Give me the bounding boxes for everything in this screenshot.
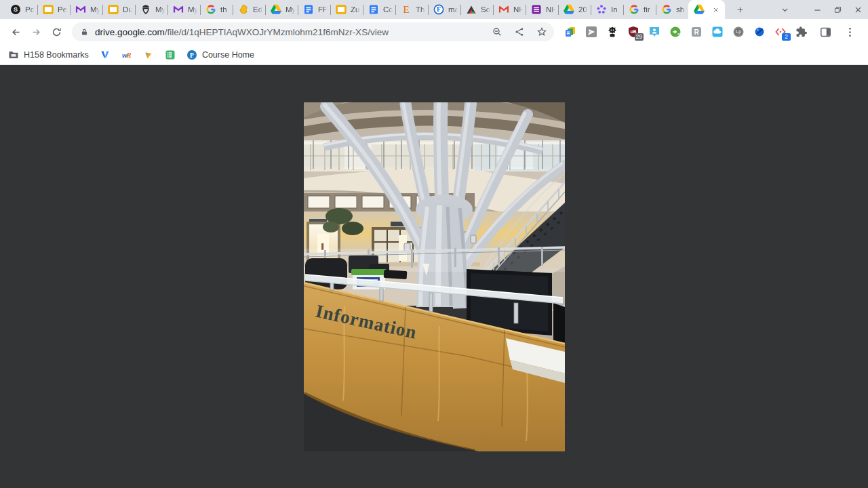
- gold-sail-icon: [143, 49, 154, 60]
- restore-icon: [833, 5, 842, 14]
- forward-button[interactable]: [26, 22, 46, 42]
- tab-6[interactable]: th: [201, 0, 233, 19]
- share-icon[interactable]: [514, 26, 525, 37]
- extension-gray-plane-icon[interactable]: [585, 26, 597, 39]
- tab-0[interactable]: SPc: [5, 0, 37, 19]
- wr-icon: wR: [121, 49, 132, 60]
- drive-icon: [564, 4, 574, 15]
- url-domain: drive.google.com: [95, 27, 165, 37]
- green-grid-icon: [165, 49, 176, 60]
- svg-text:Lp: Lp: [736, 29, 741, 35]
- bookmark-item-2[interactable]: wR: [121, 49, 132, 60]
- extension-teal-cloud-icon[interactable]: [711, 26, 724, 39]
- new-tab-button[interactable]: [730, 0, 749, 19]
- tab-19[interactable]: fir: [624, 0, 656, 19]
- bookmark-item-1[interactable]: [100, 49, 111, 60]
- google-g-icon: [205, 4, 216, 15]
- blue-doc-icon: [303, 4, 314, 15]
- tab-label: ma: [448, 5, 458, 14]
- bookmark-label: Course Home: [202, 50, 254, 60]
- minimize-icon: [813, 5, 822, 14]
- side-panel-button[interactable]: [815, 22, 835, 42]
- bookmark-star-icon[interactable]: [536, 26, 547, 37]
- bookmarks-bar: H158 BookmarkswRPCourse Home: [0, 45, 868, 65]
- tab-17[interactable]: 20: [559, 0, 591, 19]
- tab-12[interactable]: ETh: [396, 0, 428, 19]
- tab-label: NH: [513, 5, 523, 14]
- tab-14[interactable]: So: [461, 0, 493, 19]
- close-window-button[interactable]: [848, 0, 868, 19]
- reload-button[interactable]: [46, 22, 66, 42]
- svg-text:S: S: [14, 6, 18, 13]
- active-tab[interactable]: [688, 0, 725, 19]
- drive-image-preview[interactable]: Information: [304, 102, 565, 451]
- bookmark-item-0[interactable]: H158 Bookmarks: [8, 49, 89, 60]
- tab-13[interactable]: Fma: [429, 0, 460, 19]
- tab-search-button[interactable]: [774, 0, 795, 19]
- tab-3[interactable]: Du: [103, 0, 135, 19]
- extension-blue-sphere-icon[interactable]: [753, 26, 766, 39]
- mountain-icon: [466, 4, 477, 15]
- tab-4[interactable]: My: [136, 0, 167, 19]
- close-icon: [854, 5, 863, 14]
- side-panel-icon: [819, 26, 832, 39]
- back-button[interactable]: [5, 22, 26, 42]
- purple-mail-icon: [173, 4, 184, 15]
- restore-button[interactable]: [827, 0, 848, 19]
- toolbar-right: [791, 22, 863, 42]
- tab-label: th: [220, 5, 230, 14]
- tab-label: FF: [318, 5, 328, 14]
- tab-18[interactable]: In: [591, 0, 623, 19]
- gmail-icon: [498, 4, 509, 15]
- address-bar[interactable]: drive.google.com/file/d/1qHEPTIAqWXOJrYM…: [72, 22, 554, 41]
- blue-doc-icon: [368, 4, 379, 15]
- yellow-window-icon: [43, 4, 54, 15]
- tab-11[interactable]: Co: [363, 0, 395, 19]
- purple-list-icon: [531, 4, 542, 15]
- tab-8[interactable]: My: [266, 0, 298, 19]
- tab-7[interactable]: Ed: [233, 0, 265, 19]
- extension-pink-brackets-icon[interactable]: 2: [774, 26, 787, 39]
- extension-gray-r-icon[interactable]: R: [690, 26, 703, 39]
- tab-9[interactable]: FF: [298, 0, 330, 19]
- browser-menu-button[interactable]: [840, 22, 860, 42]
- tab-20[interactable]: sh: [656, 0, 688, 19]
- skype-circle-icon: S: [10, 4, 21, 15]
- svg-text:R: R: [694, 28, 699, 36]
- bookmark-item-5[interactable]: PCourse Home: [186, 49, 254, 60]
- tab-1[interactable]: Pe: [38, 0, 70, 19]
- svg-text:R: R: [125, 52, 131, 59]
- tab-15[interactable]: NH: [494, 0, 526, 19]
- tab-label: Ed: [253, 5, 262, 14]
- lock-icon[interactable]: [80, 28, 89, 37]
- tab-5[interactable]: My: [168, 0, 200, 19]
- extension-lastpass-gray-icon[interactable]: Lp: [732, 26, 745, 39]
- puzzle-icon: [795, 26, 808, 39]
- window-controls: [774, 0, 868, 19]
- zoom-out-indicator-icon[interactable]: [492, 26, 502, 37]
- extension-ublock-shield-icon[interactable]: uB29: [627, 26, 639, 39]
- tab-label: NH: [546, 5, 555, 14]
- purple-burst-icon: [596, 4, 607, 15]
- extension-docs-stack-icon[interactable]: [564, 26, 576, 39]
- extension-green-circle-icon[interactable]: [669, 26, 682, 39]
- tab-label: My: [90, 5, 100, 14]
- tab-label: My: [155, 5, 165, 14]
- minimize-button[interactable]: [807, 0, 827, 19]
- drive-preview-area: Information: [0, 65, 868, 488]
- bookmark-item-3[interactable]: [143, 49, 154, 60]
- tab-label: My: [285, 5, 295, 14]
- tab-16[interactable]: NH: [526, 0, 558, 19]
- tab-2[interactable]: My: [71, 0, 102, 19]
- gold-blob-icon: [238, 4, 249, 15]
- browser-toolbar: drive.google.com/file/d/1qHEPTIAqWXOJrYM…: [0, 19, 868, 45]
- extension-black-robot-icon[interactable]: [606, 26, 618, 39]
- extension-teal-person-icon[interactable]: [648, 26, 660, 39]
- back-arrow-icon: [10, 26, 22, 38]
- bookmark-item-4[interactable]: [165, 49, 176, 60]
- extensions-menu-button[interactable]: [791, 22, 811, 42]
- tab-close-button[interactable]: [711, 5, 721, 15]
- acorn-icon: [140, 4, 151, 15]
- tab-10[interactable]: Zu: [331, 0, 363, 19]
- extension-badge: 2: [782, 33, 791, 41]
